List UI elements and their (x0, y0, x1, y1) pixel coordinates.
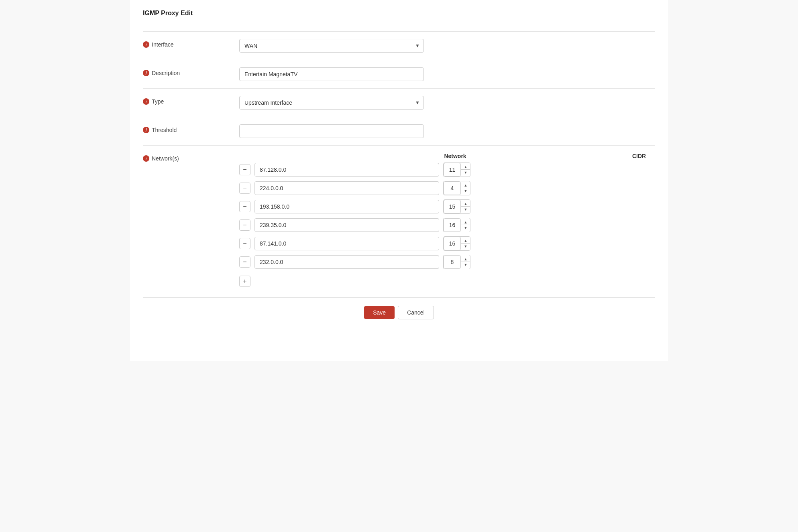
interface-label: i Interface (143, 39, 239, 48)
network-row: − ▲ ▼ (239, 181, 655, 195)
description-control (239, 67, 480, 81)
cidr-value-0[interactable] (444, 163, 461, 177)
remove-network-button-5[interactable]: − (239, 256, 250, 268)
cidr-arrows-5: ▲ ▼ (461, 256, 470, 268)
cidr-stepper-4: ▲ ▼ (443, 236, 470, 251)
description-input[interactable] (239, 67, 424, 81)
networks-header: Network CIDR (255, 153, 655, 162)
cidr-value-2[interactable] (444, 200, 461, 213)
threshold-input[interactable] (239, 124, 424, 138)
cidr-stepper-5: ▲ ▼ (443, 255, 470, 269)
type-label: i Type (143, 96, 239, 105)
cidr-stepper-0: ▲ ▼ (443, 162, 470, 177)
network-row: − ▲ ▼ (239, 199, 655, 214)
network-row: − ▲ ▼ (239, 255, 655, 269)
remove-network-button-4[interactable]: − (239, 238, 250, 249)
cidr-arrows-2: ▲ ▼ (461, 201, 470, 212)
cidr-down-3[interactable]: ▼ (461, 225, 470, 231)
page-title: IGMP Proxy Edit (143, 10, 655, 22)
cidr-value-3[interactable] (444, 218, 461, 232)
add-network-button[interactable]: + (239, 276, 250, 287)
network-input-2[interactable] (254, 200, 439, 213)
networks-info-icon: i (143, 155, 149, 162)
form-footer: Save Cancel (143, 297, 655, 319)
cidr-up-2[interactable]: ▲ (461, 201, 470, 207)
interface-info-icon: i (143, 41, 149, 48)
cidr-arrows-3: ▲ ▼ (461, 219, 470, 231)
networks-label: i Network(s) (143, 153, 239, 162)
cidr-down-2[interactable]: ▼ (461, 207, 470, 212)
remove-network-button-1[interactable]: − (239, 183, 250, 194)
network-input-3[interactable] (254, 218, 439, 232)
description-row: i Description (143, 60, 655, 88)
network-rows-container: − ▲ ▼ − ▲ ▼ − (239, 162, 655, 269)
cidr-arrows-0: ▲ ▼ (461, 164, 470, 175)
cidr-up-1[interactable]: ▲ (461, 183, 470, 188)
cidr-value-5[interactable] (444, 255, 461, 269)
networks-section: Network CIDR − ▲ ▼ − ▲ ▼ (239, 153, 655, 287)
network-input-1[interactable] (254, 181, 439, 195)
cidr-value-1[interactable] (444, 181, 461, 195)
cidr-up-3[interactable]: ▲ (461, 219, 470, 225)
threshold-row: i Threshold (143, 117, 655, 145)
cidr-stepper-1: ▲ ▼ (443, 181, 470, 195)
cidr-value-4[interactable] (444, 237, 461, 250)
type-row: i Type Upstream Interface Downstream Int… (143, 88, 655, 117)
cidr-stepper-3: ▲ ▼ (443, 218, 470, 232)
cidr-up-5[interactable]: ▲ (461, 256, 470, 262)
page-container: IGMP Proxy Edit i Interface WAN LAN OPT1… (130, 0, 668, 361)
networks-row: i Network(s) Network CIDR − ▲ ▼ − (143, 145, 655, 294)
remove-network-button-0[interactable]: − (239, 164, 250, 175)
cidr-down-1[interactable]: ▼ (461, 188, 470, 194)
interface-control: WAN LAN OPT1 ▼ (239, 39, 480, 53)
network-row: − ▲ ▼ (239, 162, 655, 177)
cancel-button[interactable]: Cancel (398, 306, 434, 319)
threshold-label: i Threshold (143, 124, 239, 133)
cidr-stepper-2: ▲ ▼ (443, 199, 470, 214)
interface-row: i Interface WAN LAN OPT1 ▼ (143, 31, 655, 60)
interface-select-wrapper: WAN LAN OPT1 ▼ (239, 39, 424, 53)
cidr-down-0[interactable]: ▼ (461, 170, 470, 175)
save-button[interactable]: Save (364, 306, 395, 319)
interface-select[interactable]: WAN LAN OPT1 (239, 39, 424, 53)
cidr-arrows-4: ▲ ▼ (461, 238, 470, 249)
type-control: Upstream Interface Downstream Interface … (239, 96, 480, 110)
threshold-info-icon: i (143, 127, 149, 133)
cidr-arrows-1: ▲ ▼ (461, 183, 470, 194)
network-input-0[interactable] (254, 163, 439, 177)
remove-network-button-2[interactable]: − (239, 201, 250, 212)
networks-col-network-header: Network (255, 153, 623, 159)
networks-col-cidr-header: CIDR (623, 153, 655, 159)
type-select[interactable]: Upstream Interface Downstream Interface (239, 96, 424, 110)
network-row: − ▲ ▼ (239, 236, 655, 251)
cidr-up-4[interactable]: ▲ (461, 238, 470, 244)
network-row: − ▲ ▼ (239, 218, 655, 232)
cidr-up-0[interactable]: ▲ (461, 164, 470, 170)
network-input-5[interactable] (254, 255, 439, 269)
cidr-down-4[interactable]: ▼ (461, 244, 470, 249)
description-info-icon: i (143, 70, 149, 76)
remove-network-button-3[interactable]: − (239, 219, 250, 231)
cidr-down-5[interactable]: ▼ (461, 262, 470, 268)
network-input-4[interactable] (254, 237, 439, 250)
type-info-icon: i (143, 98, 149, 105)
threshold-control (239, 124, 480, 138)
description-label: i Description (143, 67, 239, 76)
type-select-wrapper: Upstream Interface Downstream Interface … (239, 96, 424, 110)
